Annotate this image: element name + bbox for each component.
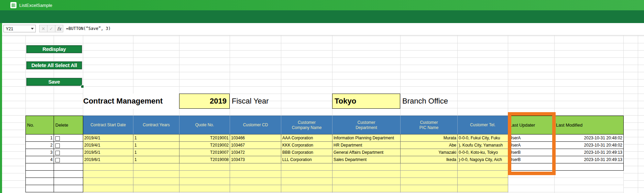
empty-cell[interactable]	[26, 171, 54, 178]
empty-cell[interactable]	[281, 171, 332, 178]
delete-checkbox[interactable]	[55, 136, 60, 141]
cell-modified[interactable]: 2023-10-31 20:49:13	[555, 149, 624, 156]
empty-cell[interactable]	[281, 185, 332, 192]
cell-cd[interactable]: 103467	[230, 142, 281, 149]
empty-cell[interactable]	[230, 171, 281, 178]
cell-cd[interactable]: 103466	[230, 135, 281, 142]
cell-cd[interactable]: 103472	[230, 149, 281, 156]
fiscal-year-cell[interactable]: 2019	[179, 94, 230, 109]
name-box-dropdown-icon[interactable]	[31, 28, 34, 30]
cell-quote[interactable]: T2019008	[179, 156, 230, 163]
cell-company[interactable]: KKK Corporation	[281, 142, 332, 149]
empty-cell[interactable]	[54, 178, 83, 185]
empty-cell[interactable]	[26, 185, 54, 192]
header-customer-pic-name[interactable]: Customer PIC Name	[401, 116, 458, 135]
empty-cell[interactable]	[401, 163, 458, 171]
cell-dept[interactable]: Information Planning Department	[332, 135, 401, 142]
delete-checkbox[interactable]	[55, 151, 60, 155]
formula-input[interactable]: =BUTTON(“Save”, 3)	[66, 25, 111, 32]
delete-checkbox[interactable]	[55, 143, 60, 148]
empty-cell[interactable]	[458, 171, 508, 178]
cell-no[interactable]: 3	[26, 149, 54, 156]
header-customer-cd[interactable]: Customer CD	[230, 116, 281, 135]
cell-years[interactable]: 1	[133, 135, 179, 142]
cell-dept[interactable]: General Affairs Department	[332, 149, 401, 156]
empty-cell[interactable]	[54, 171, 83, 178]
enter-icon[interactable]: ✓	[47, 25, 55, 32]
empty-cell[interactable]	[281, 163, 332, 171]
empty-cell[interactable]	[458, 163, 508, 171]
delete-checkbox[interactable]	[55, 158, 60, 162]
cell-tel[interactable]: )-0-0, Nagoya City, Aich	[458, 156, 508, 163]
cell-tel[interactable]: 0-0-0, Fukui City, Fuku	[458, 135, 508, 142]
empty-cell[interactable]	[401, 185, 458, 192]
cell-delete[interactable]	[54, 142, 83, 149]
cell-pic[interactable]: Abe	[401, 142, 458, 149]
cell-tel[interactable]: ), Koufu City, Yamanash	[458, 142, 508, 149]
header-contract-years[interactable]: Contract Years	[133, 116, 179, 135]
cell-quote[interactable]: T2019002	[179, 142, 230, 149]
cell-start-date[interactable]: 2019/5/1	[83, 149, 133, 156]
cell-tel[interactable]: 0-0-0, Koto-ku, Tokyo	[458, 149, 508, 156]
cell-no[interactable]: 4	[26, 156, 54, 163]
cell-delete[interactable]	[54, 135, 83, 142]
cell-company[interactable]: AAA Corporation	[281, 135, 332, 142]
empty-cell[interactable]	[332, 185, 401, 192]
empty-cell[interactable]	[458, 178, 508, 185]
empty-cell[interactable]	[332, 163, 401, 171]
empty-cell[interactable]	[179, 178, 230, 185]
branch-cell[interactable]: Tokyo	[332, 94, 400, 109]
empty-cell[interactable]	[458, 185, 508, 192]
empty-cell[interactable]	[401, 178, 458, 185]
empty-cell[interactable]	[133, 171, 179, 178]
cell-dept[interactable]: Sales Department	[332, 156, 401, 163]
header-delete[interactable]: Delete	[54, 116, 83, 135]
cell-delete[interactable]	[54, 149, 83, 156]
empty-cell[interactable]	[133, 185, 179, 192]
cell-no[interactable]: 1	[26, 135, 54, 142]
empty-cell[interactable]	[83, 163, 133, 171]
header-customer-department[interactable]: Customer Department	[332, 116, 401, 135]
cell-quote[interactable]: T2019007	[179, 149, 230, 156]
empty-cell[interactable]	[230, 163, 281, 171]
cell-pic[interactable]: Yamazaki	[401, 149, 458, 156]
cell-years[interactable]: 1	[133, 149, 179, 156]
header-contract-start-date[interactable]: Contract Start Date	[83, 116, 133, 135]
cell-cd[interactable]: 103473	[230, 156, 281, 163]
cell-pic[interactable]: Ikeda	[401, 156, 458, 163]
cell-modified[interactable]: 2023-10-31 20:48:02	[555, 142, 624, 149]
empty-cell[interactable]	[179, 185, 230, 192]
empty-cell[interactable]	[230, 178, 281, 185]
empty-cell[interactable]	[508, 185, 555, 192]
empty-cell[interactable]	[332, 178, 401, 185]
cancel-icon[interactable]: ✕	[39, 25, 47, 32]
cell-pic[interactable]: Murata	[401, 135, 458, 142]
redisplay-button[interactable]: Redisplay	[26, 45, 82, 53]
empty-cell[interactable]	[281, 178, 332, 185]
empty-cell[interactable]	[83, 171, 133, 178]
cell-name-box[interactable]: Y21	[3, 25, 36, 32]
header-customer-tel[interactable]: Customer Tel.	[458, 116, 508, 135]
empty-cell[interactable]	[555, 178, 624, 185]
cell-start-date[interactable]: 2019/6/1	[83, 156, 133, 163]
empty-cell[interactable]	[26, 178, 54, 185]
cell-company[interactable]: BBB Corporation	[281, 149, 332, 156]
empty-cell[interactable]	[133, 163, 179, 171]
empty-cell[interactable]	[508, 178, 555, 185]
empty-cell[interactable]	[83, 185, 133, 192]
delete-all-select-all-button[interactable]: Delete All Select All	[26, 61, 82, 69]
cell-modified[interactable]: 2023-10-31 20:48:02	[555, 135, 624, 142]
selection-handle[interactable]	[81, 85, 84, 88]
empty-cell[interactable]	[401, 171, 458, 178]
cell-modified[interactable]: 2023-10-31 20:49:13	[555, 156, 624, 163]
header-quote-no[interactable]: Quote No.	[179, 116, 230, 135]
empty-cell[interactable]	[179, 171, 230, 178]
empty-cell[interactable]	[54, 163, 83, 171]
empty-cell[interactable]	[133, 178, 179, 185]
empty-cell[interactable]	[555, 163, 624, 171]
header-customer-company-name[interactable]: Customer Company Name	[281, 116, 332, 135]
cell-years[interactable]: 1	[133, 142, 179, 149]
empty-cell[interactable]	[54, 185, 83, 192]
empty-cell[interactable]	[83, 178, 133, 185]
cell-quote[interactable]: T2019001	[179, 135, 230, 142]
